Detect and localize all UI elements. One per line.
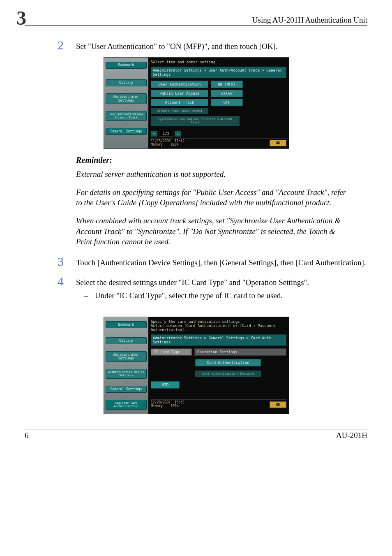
down-arrow-icon: ↓ <box>106 380 147 384</box>
page-footer: 6 AU-201H <box>25 429 367 440</box>
down-arrow-icon: ↓ <box>106 123 147 126</box>
general-settings-button[interactable]: General Settings <box>106 128 147 135</box>
bookmark-button[interactable]: Bookmark <box>106 321 147 328</box>
tab-operation-settings[interactable]: Operation Settings <box>194 348 286 356</box>
step-4: 4 Select the desired settings under "IC … <box>58 274 367 288</box>
card-auth-password-button[interactable]: Card Authentication + Password <box>195 371 261 377</box>
status-bar: 11/15/2006 11:42 Memory 100% <box>151 140 184 147</box>
down-arrow-icon: ↓ <box>106 364 147 367</box>
page-up-button[interactable]: ↑ <box>151 131 157 137</box>
page-header: 3 Using AU-201H Authentication Unit <box>25 8 367 26</box>
hid-button[interactable]: HID <box>151 381 180 389</box>
general-settings-button[interactable]: General Settings <box>106 386 147 393</box>
step-text: Set "User Authentication" to "ON (MFP)",… <box>76 38 278 52</box>
step-number: 4 <box>58 274 76 288</box>
account-track-input-method-button: Account Track Input Method <box>151 108 208 114</box>
step-text: Select the desired settings under "IC Ca… <box>76 274 309 288</box>
card-authentication-button[interactable]: Card Authentication <box>195 359 261 366</box>
bookmark-button[interactable]: Bookmark <box>106 62 147 69</box>
reminder-heading: Reminder: <box>76 155 367 165</box>
status-bar: 12/28/2007 15:43 Memory 100% <box>151 401 184 408</box>
bullet-text: Under "IC Card Type", select the type of… <box>95 291 283 300</box>
step-2: 2 Set "User Authentication" to "ON (MFP)… <box>58 38 367 52</box>
chapter-number: 3 <box>16 8 26 28</box>
tab-ic-card-type[interactable]: IC Card Type <box>151 348 192 356</box>
screen-instruction: Select item and enter setting. <box>151 59 286 67</box>
ok-button[interactable]: OK <box>270 140 286 146</box>
user-authentication-button[interactable]: User Authentication <box>151 81 208 88</box>
step-number: 2 <box>58 38 76 52</box>
auth-device-settings-button[interactable]: Authentication Device Settings <box>106 369 147 379</box>
user-authentication-value[interactable]: ON (MFP) <box>211 81 243 88</box>
admin-settings-button[interactable]: Administrator Settings <box>106 351 147 362</box>
model-label: AU-201H <box>336 431 367 440</box>
step-3: 3 Touch [Authentication Device Settings]… <box>58 255 367 269</box>
down-arrow-icon: ↓ <box>106 88 147 92</box>
breadcrumb: Administrator Settings > User Auth/Accou… <box>151 67 286 78</box>
utility-button[interactable]: Utility <box>106 337 147 344</box>
account-track-button[interactable]: Account Track <box>151 99 208 106</box>
reminder-text: For details on specifying settings for "… <box>76 187 347 208</box>
down-arrow-icon: ↓ <box>106 106 147 109</box>
admin-settings-button[interactable]: Administrator Settings <box>106 93 147 104</box>
screenshot-card-auth-settings: Bookmark Utility ↓ Administrator Setting… <box>104 317 288 414</box>
breadcrumb: Administrator Settings > General Setting… <box>151 334 286 346</box>
user-auth-account-track-button[interactable]: User Authentication/ Account Track <box>106 111 147 121</box>
register-card-auth-button[interactable]: Register Card Authentication <box>106 400 147 410</box>
reminder-text: External server authentication is not su… <box>76 169 347 180</box>
page-indicator: 1/2 <box>159 131 173 137</box>
down-arrow-icon: ↓ <box>106 346 147 350</box>
ok-button[interactable]: OK <box>270 401 286 408</box>
account-track-value[interactable]: OFF <box>211 99 243 106</box>
step-number: 3 <box>58 255 76 268</box>
page-number: 6 <box>25 431 29 440</box>
bullet-dash-icon: – <box>84 291 95 300</box>
synchronize-button: Synchronize User Authen- tication & Acco… <box>151 116 240 126</box>
step-text: Touch [Authentication Device Settings], … <box>76 255 366 269</box>
screenshot-general-settings: Bookmark Utility ↓ Administrator Setting… <box>104 57 288 149</box>
reminder-text: When combined with account track setting… <box>76 215 347 247</box>
public-user-access-button[interactable]: Public User Access <box>151 90 208 97</box>
screen-instruction: Specify the card authentication settings… <box>151 319 286 334</box>
list-item: – Under "IC Card Type", select the type … <box>84 291 367 300</box>
down-arrow-icon: ↓ <box>106 394 147 398</box>
header-title: Using AU-201H Authentication Unit <box>252 16 367 25</box>
utility-button[interactable]: Utility <box>106 79 147 86</box>
page-down-button[interactable]: ↓ <box>175 131 181 137</box>
public-user-access-value[interactable]: Allow <box>211 90 243 97</box>
